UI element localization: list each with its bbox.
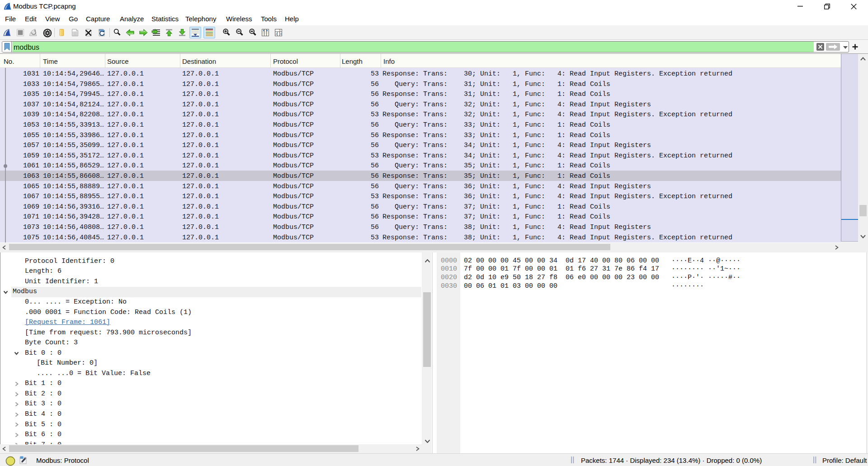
svg-text:2: 2 [275, 33, 277, 35]
svg-text:3: 3 [280, 33, 281, 35]
svg-text:1: 1 [279, 29, 280, 32]
